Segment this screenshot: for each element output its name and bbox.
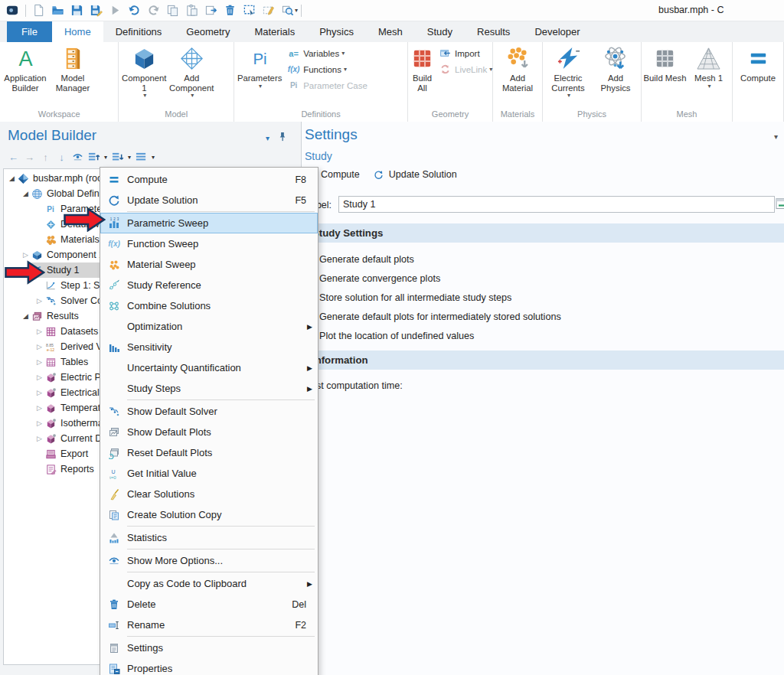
tab-geometry[interactable]: Geometry xyxy=(174,21,242,42)
application-builder-button[interactable]: AApplication Builder xyxy=(2,43,49,93)
tree-caret-collapsed[interactable]: ▷ xyxy=(34,343,44,351)
parameters-button[interactable]: PiParameters▾ xyxy=(236,43,283,90)
import-button[interactable]: Import xyxy=(435,45,496,61)
duplicate-icon[interactable] xyxy=(201,2,220,19)
save-icon[interactable] xyxy=(67,2,87,19)
menu-item-parametric-sweep[interactable]: 123Parametric Sweep xyxy=(100,213,318,233)
menu-item-reset-default-plots[interactable]: Reset Default Plots xyxy=(100,442,318,463)
undo-icon[interactable] xyxy=(125,2,144,19)
checkbox-row-generate-default-plots-for-intermediatel[interactable]: Generate default plots for intermediatel… xyxy=(302,307,784,326)
component-1-button[interactable]: Component 1▾ xyxy=(120,43,168,99)
show-icon[interactable] xyxy=(70,150,85,165)
tree-caret-expanded[interactable]: ◢ xyxy=(21,312,31,320)
tree-caret-collapsed[interactable]: ▷ xyxy=(34,404,44,412)
tree-caret-expanded[interactable]: ◢ xyxy=(21,190,31,197)
label-action-icon[interactable] xyxy=(776,197,784,211)
clear-selection-icon[interactable] xyxy=(259,2,278,19)
menu-item-update-solution[interactable]: Update SolutionF5 xyxy=(100,190,318,210)
menu-item-compute[interactable]: ComputeF8 xyxy=(100,169,318,190)
menu-item-show-default-solver[interactable]: Show Default Solver xyxy=(100,401,318,422)
tree-caret-collapsed[interactable]: ▷ xyxy=(34,435,44,442)
tree-caret-collapsed[interactable]: ▷ xyxy=(34,358,44,366)
checkbox-row-generate-convergence-plots[interactable]: Generate convergence plots xyxy=(302,269,784,288)
functions-button[interactable]: f(x)Functions▾ xyxy=(283,61,371,77)
tree-caret-expanded[interactable]: ◢ xyxy=(7,174,17,182)
paste-icon[interactable] xyxy=(182,2,201,19)
tab-study[interactable]: Study xyxy=(415,21,465,42)
menu-item-get-initial-value[interactable]: Ut=0Get Initial Value xyxy=(100,463,318,484)
redo-icon[interactable] xyxy=(144,2,163,19)
add-material-button[interactable]: Add Material xyxy=(495,43,541,93)
tab-physics[interactable]: Physics xyxy=(307,21,366,42)
menu-item-optimization[interactable]: Optimization▶ xyxy=(100,316,318,337)
menu-item-create-solution-copy[interactable]: Create Solution Copy xyxy=(100,504,318,525)
menu-item-show-default-plots[interactable]: Show Default Plots xyxy=(100,422,318,442)
menu-item-statistics[interactable]: Statistics xyxy=(100,527,318,548)
delete-icon[interactable] xyxy=(220,2,240,19)
collapse-up-icon[interactable] xyxy=(87,150,101,165)
panel-menu-dropdown-icon[interactable]: ▾ xyxy=(266,134,270,142)
move-up-icon[interactable]: ↑ xyxy=(38,150,53,165)
menu-item-combine-solutions[interactable]: Combine Solutions xyxy=(100,295,318,316)
settings-menu-dropdown-icon[interactable]: ▾ xyxy=(774,132,778,141)
pin-icon[interactable] xyxy=(277,131,287,145)
information-section-header[interactable]: Information xyxy=(302,351,784,370)
checkbox-row-generate-default-plots[interactable]: Generate default plots xyxy=(302,249,784,269)
move-down-icon[interactable]: ↓ xyxy=(54,150,69,165)
copy-icon[interactable] xyxy=(163,2,182,19)
tree-caret-collapsed[interactable]: ▷ xyxy=(34,373,44,381)
model-manager-button[interactable]: Model Manager xyxy=(49,43,96,93)
new-file-icon[interactable] xyxy=(29,2,48,19)
tree-caret-collapsed[interactable]: ▷ xyxy=(34,297,44,305)
forward-icon[interactable]: → xyxy=(22,150,37,165)
tab-home[interactable]: Home xyxy=(52,21,103,42)
menu-item-clear-solutions[interactable]: Clear Solutions xyxy=(100,484,318,504)
menu-item-uncertainty-quantification[interactable]: Uncertainty Quantification▶ xyxy=(100,357,318,378)
tab-definitions[interactable]: Definitions xyxy=(103,21,175,42)
menu-item-study-reference[interactable]: Study Reference xyxy=(100,275,318,295)
chevron-down-icon[interactable]: ▾ xyxy=(152,154,155,161)
view-controls-icon[interactable] xyxy=(134,150,149,165)
compute-button[interactable]: Compute xyxy=(734,43,782,83)
tree-caret-collapsed[interactable]: ▷ xyxy=(34,419,44,427)
menu-item-function-sweep[interactable]: f(x)Function Sweep xyxy=(100,233,318,254)
checkbox-row-store-solution-for-all-intermediate-stud[interactable]: Store solution for all intermediate stud… xyxy=(302,288,784,307)
tab-materials[interactable]: Materials xyxy=(242,21,307,42)
menu-item-show-more-options-[interactable]: Show More Options... xyxy=(100,550,318,571)
menu-item-study-steps[interactable]: Study Steps▶ xyxy=(100,378,318,399)
menu-item-delete[interactable]: DeleteDel xyxy=(100,594,318,615)
collapse-down-icon[interactable] xyxy=(110,150,125,165)
update-solution-button[interactable]: Update Solution xyxy=(389,169,457,180)
menu-item-properties[interactable]: Properties xyxy=(100,658,318,675)
dropdown-icon[interactable]: ▾ xyxy=(295,7,298,14)
menu-item-rename[interactable]: RenameF2 xyxy=(100,615,318,635)
variables-button[interactable]: a=Variables▾ xyxy=(283,45,371,61)
menu-item-settings[interactable]: Settings xyxy=(100,638,318,658)
label-input[interactable] xyxy=(338,196,775,213)
tree-caret-collapsed[interactable]: ▷ xyxy=(21,251,31,259)
study-settings-section-header[interactable]: Study Settings xyxy=(302,223,784,243)
tab-results[interactable]: Results xyxy=(465,21,522,42)
select-box-icon[interactable] xyxy=(240,2,259,19)
build-all-button[interactable]: Build All xyxy=(410,43,435,93)
add-component-button[interactable]: Add Component▾ xyxy=(168,43,215,99)
electric-currents-button[interactable]: Electric Currents▾ xyxy=(544,43,592,99)
chevron-down-icon[interactable]: ▾ xyxy=(104,154,107,161)
tree-caret-collapsed[interactable]: ▷ xyxy=(34,389,44,396)
run-icon[interactable] xyxy=(106,2,125,19)
checkbox-row-plot-the-location-of-undefined-values[interactable]: Plot the location of undefined values xyxy=(302,326,784,345)
menu-item-sensitivity[interactable]: Sensitivity xyxy=(100,337,318,357)
compute-button[interactable]: Compute xyxy=(321,169,360,180)
mesh-1-button[interactable]: Mesh 1▾ xyxy=(687,43,730,90)
menu-item-material-sweep[interactable]: Material Sweep xyxy=(100,254,318,275)
tree-caret-collapsed[interactable]: ▷ xyxy=(34,328,44,335)
back-icon[interactable]: ← xyxy=(6,150,21,165)
tab-developer[interactable]: Developer xyxy=(522,21,592,42)
save-as-icon[interactable] xyxy=(87,2,106,19)
tab-file[interactable]: File xyxy=(7,21,52,42)
chevron-down-icon[interactable]: ▾ xyxy=(128,154,131,161)
open-icon[interactable] xyxy=(48,2,67,19)
menu-item-copy-as-code-to-clipboard[interactable]: Copy as Code to Clipboard▶ xyxy=(100,573,318,594)
add-physics-button[interactable]: Add Physics xyxy=(592,43,639,93)
build-mesh-button[interactable]: Build Mesh xyxy=(643,43,687,83)
